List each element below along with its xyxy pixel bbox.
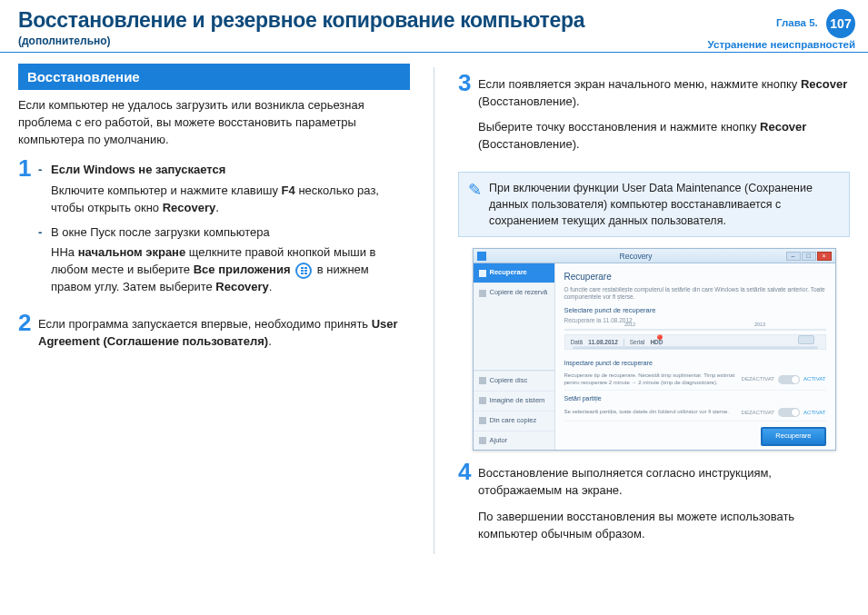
- maximize-button[interactable]: □: [802, 252, 816, 261]
- help-icon: [479, 437, 486, 444]
- right-column: 3 Если появляется экран начального меню,…: [458, 64, 850, 558]
- column-divider: [434, 67, 434, 554]
- restore-timeline[interactable]: 📍 2012 2013: [564, 329, 826, 331]
- app-icon: [477, 252, 486, 261]
- step1-case2-title: В окне Пуск после загрузки компьютера: [51, 224, 270, 242]
- step-4: 4 Восстановление выполняется согласно ин…: [458, 461, 850, 551]
- step2-body: Если программа запускается впервые, необ…: [38, 316, 410, 351]
- step-number: 2: [18, 311, 38, 334]
- sidebar-item-disc-copy[interactable]: Copiere disc: [474, 371, 554, 391]
- partition-desc: Se selectează partiția, toate datele din…: [564, 409, 742, 415]
- disc-icon: [479, 377, 486, 384]
- inspect-option: Recuperare tip de recuperare. Necesită t…: [564, 369, 826, 390]
- info-text: При включении функции User Data Maintena…: [489, 180, 840, 229]
- inspect-desc: Recuperare tip de recuperare. Necesită t…: [564, 372, 742, 385]
- page-number-badge: 107: [826, 9, 855, 38]
- recover-button[interactable]: Recuperare: [761, 427, 825, 446]
- dash-icon: -: [38, 224, 51, 242]
- step-number: 4: [458, 460, 478, 483]
- sidebar-item-backup[interactable]: Copiere de rezervă: [474, 283, 554, 303]
- inspect-head: Inspectare punct de recuperare: [564, 359, 826, 368]
- toggle-on-label: ACTIVAT: [803, 375, 825, 383]
- step-2: 2 Если программа запускается впервые, не…: [18, 312, 410, 360]
- step3-body-1: Если появляется экран начального меню, н…: [478, 76, 850, 111]
- sidebar-item-system-image[interactable]: Imagine de sistem: [474, 391, 554, 411]
- info-callout: ✎ При включении функции User Data Mainte…: [458, 172, 850, 237]
- app-desc: O funcție care restabilește computerul l…: [564, 286, 826, 301]
- partition-toggle[interactable]: [778, 408, 800, 417]
- step1-case1-title: Если Windows не запускается: [51, 162, 225, 179]
- recover-icon: [479, 270, 486, 277]
- chapter-info: Глава 5. 107 Устранение неисправностей: [708, 9, 855, 53]
- window-title: Recovery: [486, 251, 786, 262]
- chapter-line-2: Устранение неисправностей: [708, 39, 855, 50]
- left-column: Восстановление Если компьютер не удалось…: [18, 64, 410, 558]
- page-header: Восстановление и резервное копирование к…: [0, 0, 868, 53]
- sidebar-item-help[interactable]: Ajutor: [474, 431, 554, 451]
- step-3: 3 Если появляется экран начального меню,…: [458, 73, 850, 163]
- inspect-toggle[interactable]: [778, 375, 800, 384]
- partition-head: Setări partiție: [564, 394, 826, 403]
- timeline-pin-icon[interactable]: 📍: [653, 333, 666, 348]
- step3-body-2: Выберите точку восстановления и нажмите …: [478, 119, 850, 154]
- toggle-off-label: DEZACTIVAT: [742, 375, 774, 383]
- step-number: 1: [18, 156, 38, 180]
- copy-icon: [479, 417, 486, 424]
- sidebar-item-copy-from[interactable]: Din care copiez: [474, 411, 554, 431]
- all-apps-icon: [295, 263, 312, 279]
- close-button[interactable]: ×: [817, 252, 832, 261]
- restore-point-title: Selectare punct de recuperare: [564, 306, 826, 316]
- image-icon: [479, 397, 486, 404]
- backup-icon: [479, 290, 486, 297]
- dash-icon: -: [38, 162, 51, 179]
- section-intro: Если компьютер не удалось загрузить или …: [18, 97, 410, 149]
- sidebar-item-recover[interactable]: Recuperare: [474, 263, 554, 283]
- app-main: Recuperare O funcție care restabilește c…: [555, 263, 835, 450]
- minimize-button[interactable]: –: [786, 252, 801, 261]
- step4-body-2: По завершении восстановления вы можете и…: [478, 509, 850, 543]
- chapter-line-1: Глава 5.: [776, 17, 818, 28]
- step1-case1-body: Включите компьютер и нажмите клавишу F4 …: [51, 183, 410, 217]
- step4-body-1: Восстановление выполняется согласно инст…: [478, 465, 850, 500]
- recovery-app-window: Recovery – □ × Recuperare Copiere de rez…: [473, 248, 836, 451]
- step1-case2-body: ННа начальном экране щелкните правой кно…: [51, 244, 410, 296]
- partition-option: Se selectează partiția, toate datele din…: [564, 404, 826, 422]
- step-number: 3: [458, 71, 478, 94]
- timeline-chip-icon[interactable]: [798, 335, 814, 344]
- app-heading: Recuperare: [564, 271, 826, 284]
- app-sidebar: Recuperare Copiere de rezervă Copiere di…: [474, 263, 555, 450]
- note-icon: ✎: [468, 180, 482, 229]
- toggle-off-label: DEZACTIVAT: [742, 409, 774, 417]
- toggle-on-label: ACTIVAT: [803, 409, 825, 417]
- step-1: 1 - Если Windows не запускается Включите…: [18, 158, 410, 303]
- window-titlebar: Recovery – □ ×: [474, 249, 835, 263]
- section-title: Восстановление: [18, 64, 410, 91]
